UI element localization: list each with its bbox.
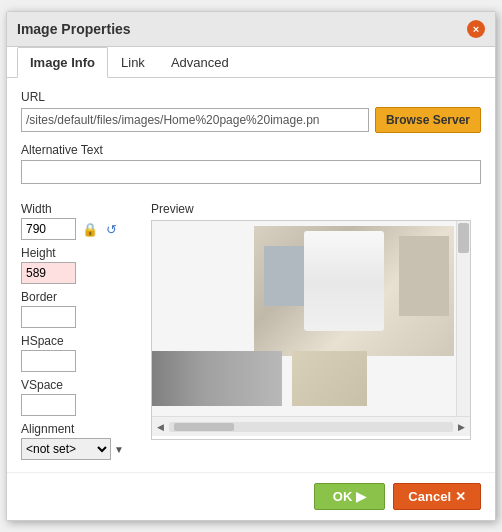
preview-scroll-area: [152, 221, 470, 416]
alignment-label: Alignment: [21, 422, 141, 436]
height-label: Height: [21, 246, 141, 260]
url-label: URL: [21, 90, 481, 104]
ok-button[interactable]: OK ▶: [314, 483, 386, 510]
ok-label: OK: [333, 489, 353, 504]
scrollbar-h-track: [169, 422, 453, 432]
alignment-group: Alignment <not set> Left Right Center ▼: [21, 422, 141, 460]
alt-text-label: Alternative Text: [21, 143, 481, 157]
preview-box: ◀ ▶: [151, 220, 471, 440]
preview-img-bottom-left: [152, 351, 282, 406]
browse-server-button[interactable]: Browse Server: [375, 107, 481, 133]
close-button[interactable]: ×: [467, 20, 485, 38]
vspace-label: VSpace: [21, 378, 141, 392]
alignment-arrow: ▼: [114, 444, 124, 455]
vertical-scrollbar[interactable]: [456, 221, 470, 416]
lock-icon[interactable]: 🔒: [80, 222, 100, 237]
preview-img-main: [254, 226, 454, 356]
width-label: Width: [21, 202, 141, 216]
preview-image-container: [152, 221, 470, 416]
border-input[interactable]: [21, 306, 76, 328]
tab-image-info[interactable]: Image Info: [17, 47, 108, 78]
hspace-label: HSpace: [21, 334, 141, 348]
height-group: Height: [21, 246, 141, 284]
dialog-footer: OK ▶ Cancel ✕: [7, 472, 495, 520]
scrollbar-v-thumb: [458, 223, 469, 253]
preview-label: Preview: [151, 202, 481, 216]
url-input[interactable]: [21, 108, 369, 132]
dialog-body: URL Browse Server Alternative Text Width…: [7, 78, 495, 478]
main-content: Width 🔒 ↺ Height Border: [21, 202, 481, 466]
refresh-icon[interactable]: ↺: [104, 222, 119, 237]
cancel-icon: ✕: [455, 489, 466, 504]
scroll-right-arrow[interactable]: ▶: [456, 420, 467, 434]
vspace-group: VSpace: [21, 378, 141, 416]
tabs-bar: Image Info Link Advanced: [7, 47, 495, 78]
tab-link[interactable]: Link: [108, 47, 158, 78]
alignment-select[interactable]: <not set> Left Right Center: [21, 438, 111, 460]
preview-img-bottom-right: [292, 351, 367, 406]
url-row: Browse Server: [21, 107, 481, 133]
border-group: Border: [21, 290, 141, 328]
horizontal-scrollbar[interactable]: ◀ ▶: [152, 416, 470, 436]
width-input[interactable]: [21, 218, 76, 240]
alt-text-input[interactable]: [21, 160, 481, 184]
width-group: Width 🔒 ↺: [21, 202, 141, 240]
vspace-input[interactable]: [21, 394, 76, 416]
image-properties-dialog: Image Properties × Image Info Link Advan…: [6, 11, 496, 521]
left-panel: Width 🔒 ↺ Height Border: [21, 202, 141, 466]
scrollbar-h-thumb: [174, 423, 234, 431]
alt-text-section: Alternative Text: [21, 143, 481, 194]
preview-panel: Preview: [151, 202, 481, 466]
height-input[interactable]: [21, 262, 76, 284]
hspace-group: HSpace: [21, 334, 141, 372]
width-row: 🔒 ↺: [21, 218, 141, 240]
height-row: [21, 262, 141, 284]
url-section: URL Browse Server: [21, 90, 481, 133]
ok-icon: ▶: [356, 489, 366, 504]
hspace-input[interactable]: [21, 350, 76, 372]
cancel-label: Cancel: [408, 489, 451, 504]
scroll-left-arrow[interactable]: ◀: [155, 420, 166, 434]
border-label: Border: [21, 290, 141, 304]
dialog-titlebar: Image Properties ×: [7, 12, 495, 47]
cancel-button[interactable]: Cancel ✕: [393, 483, 481, 510]
dialog-title: Image Properties: [17, 21, 131, 37]
tab-advanced[interactable]: Advanced: [158, 47, 242, 78]
